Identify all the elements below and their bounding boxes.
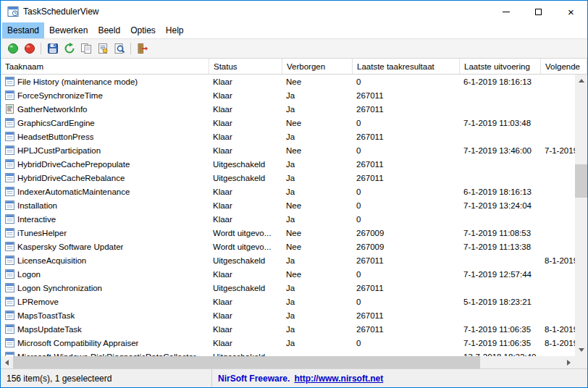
task-status: Klaar [209,91,282,100]
task-next-run: 7-1-2019 1 [541,146,575,155]
horizontal-scroll-thumb[interactable] [13,356,480,368]
task-icon [5,132,14,141]
table-row[interactable]: InstallationKlaarNee07-1-2019 13:24:04 [1,198,575,212]
vertical-scroll-track[interactable] [575,87,587,344]
table-row[interactable]: MapsUpdateTaskKlaarJa2670117-1-2019 11:0… [1,322,575,336]
task-hidden: Nee [282,119,353,127]
toolbar-separator [130,43,131,54]
menu-item-beeld[interactable]: Beeld [93,22,125,38]
task-icon [5,77,14,86]
copy-button[interactable] [77,41,94,57]
task-name-cell: Logon Synchronization [1,283,209,292]
column-header-laatste-uitvoering[interactable]: Laatste uitvoering [460,59,541,74]
task-last-run: 6-1-2019 18:16:13 [460,77,541,86]
horizontal-scrollbar[interactable] [1,356,575,368]
task-last-run: 7-1-2019 11:08:53 [460,229,541,237]
table-row[interactable]: HybridDriveCacheRebalanceUitgeschakeldJa… [1,171,575,185]
refresh-button[interactable] [61,41,77,57]
scroll-left-icon [5,360,9,366]
task-icon [5,173,14,182]
menu-item-bewerken[interactable]: Bewerken [44,22,93,38]
task-result: 267011 [353,105,460,114]
task-status: Klaar [209,311,282,320]
status-items-text: 156 item(s), 1 geselecteerd [7,374,112,384]
task-hidden: Ja [282,215,353,224]
task-last-run: 7-1-2019 12:57:44 [460,270,541,279]
task-name: Kaspersky Software Updater [17,242,123,251]
scroll-down-icon [579,348,584,352]
task-name: ForceSynchronizeTime [17,91,103,100]
vertical-scrollbar[interactable] [575,75,587,356]
window-title: TaskSchedulerView [23,7,99,17]
exit-icon [137,43,148,54]
table-row[interactable]: Kaspersky Software UpdaterWordt uitgevo.… [1,240,575,253]
task-hidden: Ja [282,298,353,306]
brand-text: NirSoft Freeware. [218,374,290,384]
column-header-volgende[interactable]: Volgende [541,59,587,74]
table-row[interactable]: HybridDriveCachePrepopulateUitgeschakeld… [1,157,575,171]
horizontal-scroll-track[interactable] [13,356,563,368]
task-name-cell: LPRemove [1,297,209,306]
menu-item-opties[interactable]: Opties [125,22,161,38]
scroll-up-button[interactable] [575,75,587,87]
exit-button[interactable] [134,41,151,57]
table-row[interactable]: HeadsetButtonPressKlaarJa267011 [1,130,575,143]
task-result: 0 [353,187,460,196]
nirsoft-link[interactable]: http://www.nirsoft.net [294,374,383,384]
table-row[interactable]: LPRemoveKlaarJa05-1-2019 18:23:21 [1,295,575,308]
task-name: iTunesHelper [17,229,67,237]
task-icon [5,283,14,292]
table-row[interactable]: Microsoft-Windows-DiskDiagnosticDataColl… [1,350,575,356]
task-result: 267011 [353,174,460,182]
task-hidden: Nee [282,270,353,279]
menu-bar: BestandBewerkenBeeldOptiesHelp [1,22,587,38]
table-row[interactable]: File History (maintenance mode)KlaarNee0… [1,75,575,88]
properties-button[interactable] [94,41,111,57]
table-row[interactable]: InteractiveKlaarJa0 [1,212,575,226]
task-name: HeadsetButtonPress [17,132,93,141]
save-button[interactable] [44,41,61,57]
minimize-button[interactable] [490,1,522,22]
task-status: Klaar [209,325,282,334]
scroll-down-button[interactable] [575,344,587,356]
menu-item-help[interactable]: Help [161,22,189,38]
task-hidden: Ja [282,339,353,347]
table-row[interactable]: iTunesHelperWordt uitgevo...Nee2670097-1… [1,226,575,240]
table-row[interactable]: ForceSynchronizeTimeKlaarJa267011 [1,88,575,102]
table-row[interactable]: LogonKlaarNee07-1-2019 12:57:44 [1,267,575,281]
task-name-cell: GatherNetworkInfo [1,104,209,114]
column-header-taaknaam[interactable]: Taaknaam [1,59,209,74]
close-button[interactable]: × [555,1,587,22]
scroll-left-button[interactable] [1,356,13,368]
maximize-button[interactable] [522,1,555,22]
task-status: Wordt uitgevo... [209,242,282,251]
table-row[interactable]: Logon SynchronizationUitgeschakeldJa2670… [1,281,575,295]
task-result: 267011 [353,325,460,334]
task-name-cell: iTunesHelper [1,228,209,237]
task-list-view: TaaknaamStatusVerborgenLaatste taakresul… [1,59,587,368]
column-header-laatste-taakresultaat[interactable]: Laatste taakresultaat [353,59,460,74]
run-task-button[interactable] [4,41,21,57]
table-row[interactable]: IndexerAutomaticMaintenanceKlaarJa06-1-2… [1,185,575,198]
status-bar: 156 item(s), 1 geselecteerd NirSoft Free… [1,368,587,387]
task-name: Logon [17,270,41,279]
vertical-scroll-thumb[interactable] [575,164,587,198]
copy-icon [80,43,92,54]
column-header-verborgen[interactable]: Verborgen [282,59,353,74]
task-list: File History (maintenance mode)KlaarNee0… [1,75,575,356]
table-row[interactable]: Microsoft Compatibility AppraiserKlaarJa… [1,336,575,350]
task-name: Installation [17,201,57,210]
find-button[interactable] [111,41,127,57]
table-row[interactable]: HPLJCustParticipationKlaarNee07-1-2019 1… [1,143,575,157]
table-row[interactable]: GraphicsCardEngineKlaarNee07-1-2019 11:0… [1,116,575,130]
task-status: Uitgeschakeld [209,160,282,169]
table-row[interactable]: GatherNetworkInfoKlaarJa267011 [1,102,575,116]
table-row[interactable]: LicenseAcquisitionUitgeschakeldJa2670118… [1,253,575,267]
stop-task-button[interactable] [21,41,38,57]
table-row[interactable]: MapsToastTaskKlaarJa267011 [1,308,575,322]
column-header-status[interactable]: Status [209,59,282,74]
menu-item-bestand[interactable]: Bestand [2,22,44,38]
task-icon [5,242,14,251]
scroll-right-button[interactable] [563,356,575,368]
task-result: 267011 [353,284,460,292]
